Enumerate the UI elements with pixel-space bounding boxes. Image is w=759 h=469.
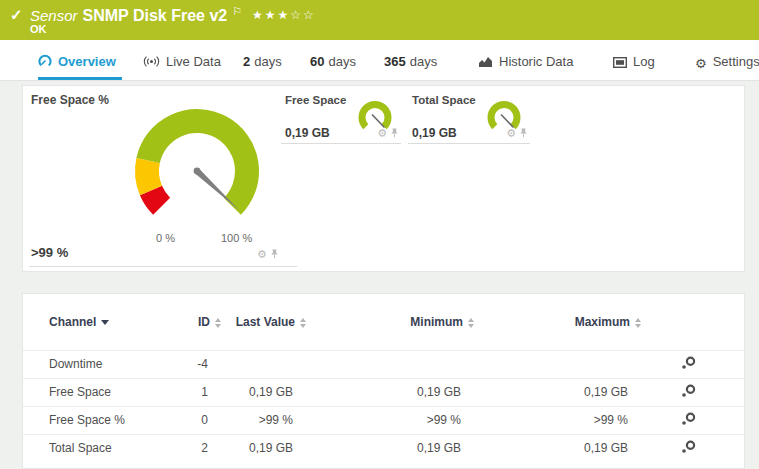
overview-gauges-panel: Free Space % 0 % 100 % >99 % ⚙ Free Spac…	[22, 85, 745, 272]
main-gauge-value: >99 %	[31, 245, 68, 260]
tab-365-days[interactable]: 365days	[384, 54, 437, 72]
table-row: Free Space % 0 >99 % >99 % >99 %	[23, 406, 744, 434]
tab-label: Live Data	[166, 54, 221, 69]
table-header-row: Channel ID Last Value Minimum Maximum	[23, 294, 744, 350]
channel-settings-icon[interactable]	[681, 440, 696, 457]
pin-icon[interactable]	[390, 124, 399, 142]
channel-last-value: >99 %	[233, 406, 318, 434]
tab-2-days[interactable]: 2days	[243, 54, 282, 72]
channel-last-value	[233, 350, 318, 378]
status-badge: OK	[30, 23, 47, 35]
gauge-scale-min-label: 0 %	[156, 232, 175, 244]
channel-maximum: 0,19 GB	[486, 434, 653, 462]
pin-icon[interactable]	[270, 245, 279, 263]
column-header-id[interactable]: ID	[183, 294, 233, 350]
tab-label: Settings	[713, 54, 759, 69]
gauge-settings-gear-icon[interactable]: ⚙	[377, 127, 387, 140]
channel-id: 1	[183, 378, 233, 406]
channel-minimum: 0,19 GB	[318, 434, 486, 462]
historic-data-chart-icon	[478, 56, 493, 71]
gauge-settings-gear-icon[interactable]: ⚙	[257, 248, 267, 261]
tab-label: days	[328, 54, 355, 69]
column-header-maximum[interactable]: Maximum	[486, 294, 653, 350]
column-label: Minimum	[410, 315, 463, 329]
log-icon	[613, 56, 627, 71]
channel-maximum	[486, 350, 653, 378]
column-label: Last Value	[236, 315, 295, 329]
page-title: SNMP Disk Free v2	[83, 7, 228, 24]
pin-icon[interactable]	[519, 124, 528, 142]
gauge-icon	[38, 54, 52, 71]
gauge-scale-max-label: 100 %	[221, 232, 252, 244]
mini-gauge-free-space: Free Space 0,19 GB ⚙	[281, 94, 401, 144]
channel-maximum: 0,19 GB	[486, 378, 653, 406]
column-label: ID	[198, 315, 210, 329]
sort-icon[interactable]	[635, 318, 641, 328]
tab-live-data[interactable]: Live Data	[143, 54, 221, 72]
channel-minimum: >99 %	[318, 406, 486, 434]
column-label: Channel	[49, 315, 96, 329]
tab-overview[interactable]: Overview	[38, 54, 116, 72]
divider	[29, 266, 297, 267]
column-header-edit	[653, 294, 744, 350]
priority-stars[interactable]: ★★★☆☆	[252, 8, 316, 22]
channel-minimum	[318, 350, 486, 378]
sort-icon[interactable]	[468, 318, 474, 328]
table-row: Downtime -4	[23, 350, 744, 378]
channel-name: Free Space %	[23, 406, 183, 434]
sensor-type-label: Sensor	[30, 7, 78, 24]
status-ok-check-icon: ✓	[10, 6, 23, 24]
column-header-last-value[interactable]: Last Value	[233, 294, 318, 350]
table-row: Free Space 1 0,19 GB 0,19 GB 0,19 GB	[23, 378, 744, 406]
channel-minimum: 0,19 GB	[318, 378, 486, 406]
channel-name: Downtime	[23, 350, 183, 378]
tab-60-days[interactable]: 60days	[310, 54, 356, 72]
tab-historic-data[interactable]: Historic Data	[478, 54, 573, 72]
channel-id: -4	[183, 350, 233, 378]
gauge-settings-gear-icon[interactable]: ⚙	[506, 127, 516, 140]
settings-gear-icon: ⚙	[695, 56, 707, 71]
column-label: Maximum	[575, 315, 630, 329]
column-header-channel[interactable]: Channel	[23, 294, 183, 350]
star-icon-filled[interactable]: ★★★	[252, 8, 290, 22]
channel-table-panel: Channel ID Last Value Minimum Maximum Do…	[22, 293, 745, 469]
channel-table: Channel ID Last Value Minimum Maximum Do…	[23, 294, 744, 462]
star-icon-empty[interactable]: ☆☆	[290, 8, 316, 22]
tab-number: 2	[243, 54, 250, 69]
channel-id: 0	[183, 406, 233, 434]
live-data-icon	[143, 55, 160, 71]
sort-direction-icon[interactable]	[101, 320, 109, 325]
tab-label: Historic Data	[499, 54, 573, 69]
tab-bar: Overview Live Data 2days 60days 365days …	[0, 40, 759, 81]
channel-last-value: 0,19 GB	[233, 434, 318, 462]
channel-settings-icon[interactable]	[681, 384, 696, 401]
tab-label: days	[410, 54, 437, 69]
free-space-percent-gauge	[117, 91, 277, 251]
channel-name: Total Space	[23, 434, 183, 462]
mini-gauge-title: Total Space	[412, 94, 476, 106]
mini-gauge-value: 0,19 GB	[412, 126, 457, 140]
tab-label: days	[254, 54, 281, 69]
tab-settings[interactable]: ⚙Settings	[695, 54, 759, 72]
channel-name: Free Space	[23, 378, 183, 406]
channel-maximum: >99 %	[486, 406, 653, 434]
tab-log[interactable]: Log	[613, 54, 655, 72]
channel-id: 2	[183, 434, 233, 462]
tab-number: 365	[384, 54, 406, 69]
channel-settings-icon[interactable]	[681, 412, 696, 429]
channel-last-value: 0,19 GB	[233, 378, 318, 406]
mini-gauge-title: Free Space	[285, 94, 346, 106]
tab-label: Log	[633, 54, 655, 69]
channel-settings-icon[interactable]	[681, 356, 696, 373]
flag-icon: ⚐	[232, 5, 242, 17]
sensor-header: ✓ SensorSNMP Disk Free v2⚐★★★☆☆ OK	[0, 0, 759, 40]
tab-number: 60	[310, 54, 324, 69]
sort-icon[interactable]	[300, 318, 306, 328]
mini-gauge-total-space: Total Space 0,19 GB ⚙	[408, 94, 530, 144]
table-row: Total Space 2 0,19 GB 0,19 GB 0,19 GB	[23, 434, 744, 462]
column-header-minimum[interactable]: Minimum	[318, 294, 486, 350]
tab-label: Overview	[58, 54, 116, 69]
main-gauge-title: Free Space %	[31, 93, 109, 107]
mini-gauge-value: 0,19 GB	[285, 126, 330, 140]
sort-icon[interactable]	[215, 318, 221, 328]
